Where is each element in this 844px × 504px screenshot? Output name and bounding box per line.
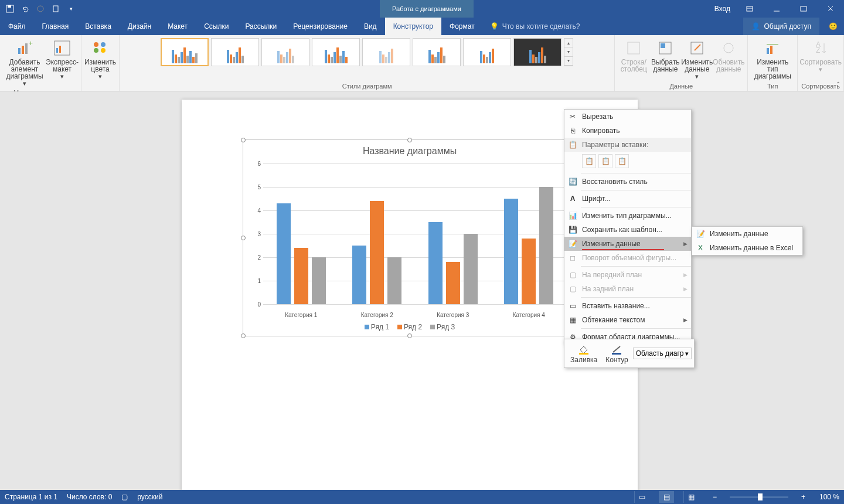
status-page[interactable]: Страница 1 из 1 (5, 493, 57, 501)
ctx-change-type[interactable]: 📊Изменить тип диаграммы... (564, 209, 691, 223)
bar-series-1[interactable] (352, 246, 366, 304)
paste-icon: 📋 (568, 140, 577, 149)
chart-style-3[interactable] (261, 38, 309, 66)
bar-series-1[interactable] (428, 222, 443, 304)
change-colors-button[interactable]: Изменить цвета ▾ (85, 38, 115, 81)
zoom-level[interactable]: 100 % (819, 493, 839, 501)
collapse-ribbon-icon[interactable]: ⌃ (836, 81, 840, 87)
quick-layout-icon (53, 39, 72, 57)
add-chart-element-button[interactable]: +Добавить элемент диаграммы ▾ (4, 38, 46, 88)
tab-references[interactable]: Ссылки (196, 18, 237, 35)
add-element-icon: + (15, 39, 34, 57)
bar-series-1[interactable] (277, 203, 291, 304)
bar-series-3[interactable] (387, 257, 401, 304)
chart-style-6[interactable] (413, 38, 461, 66)
bar-series-1[interactable] (504, 199, 518, 304)
bar-series-3[interactable] (464, 234, 478, 304)
chart-style-2[interactable] (211, 38, 259, 66)
tab-view[interactable]: Вид (356, 18, 385, 35)
svg-rect-1 (8, 5, 11, 8)
new-doc-icon[interactable] (48, 1, 63, 17)
chart-styles-more[interactable]: ▴▾▾ (564, 38, 573, 66)
svg-point-14 (101, 42, 106, 47)
fill-button[interactable]: Заливка (567, 342, 601, 365)
ctx-rotate-3d: ◻Поворот объемной фигуры... (564, 251, 691, 265)
save-icon[interactable] (2, 1, 18, 17)
zoom-slider[interactable] (730, 496, 788, 498)
signin-button[interactable]: Вход (709, 5, 736, 13)
status-language[interactable]: русский (137, 493, 162, 501)
ctx-reset-style[interactable]: 🔄Восстановить стиль (564, 175, 691, 189)
chart-style-5[interactable] (362, 38, 410, 66)
ctx-copy[interactable]: ⎘Копировать (564, 124, 691, 138)
chart-style-7[interactable] (463, 38, 511, 66)
view-read-icon[interactable]: ▭ (634, 491, 649, 503)
tab-file[interactable]: Файл (0, 18, 34, 35)
cut-icon: ✂ (568, 112, 577, 121)
ctx-save-template[interactable]: 💾Сохранить как шаблон... (564, 223, 691, 237)
zoom-out-icon[interactable]: − (713, 493, 717, 501)
ctx-insert-title[interactable]: ▭Вставить название... (564, 299, 691, 313)
bar-series-2[interactable] (522, 239, 536, 304)
svg-text:+: + (29, 40, 33, 47)
ctx-font[interactable]: AШрифт... (564, 192, 691, 206)
chart-style-1[interactable] (161, 38, 209, 66)
tab-mailings[interactable]: Рассылки (237, 18, 285, 35)
svg-rect-4 (747, 6, 753, 11)
paste-option-2[interactable]: 📋 (598, 154, 612, 168)
submenu-edit-data[interactable]: 📝Изменить данные (692, 227, 802, 241)
tab-home[interactable]: Главная (34, 18, 77, 35)
minimize-icon[interactable] (763, 0, 790, 18)
tab-format[interactable]: Формат (441, 18, 483, 35)
svg-rect-17 (628, 42, 639, 54)
paste-option-3[interactable]: 📋 (615, 154, 629, 168)
view-print-icon[interactable]: ▤ (659, 491, 674, 503)
select-data-button[interactable]: Выбрать данные (650, 38, 680, 74)
legend-item[interactable]: Ряд 3 (430, 323, 455, 331)
proofing-icon[interactable]: ▢ (121, 493, 128, 501)
tab-layout[interactable]: Макет (159, 18, 196, 35)
tab-constructor[interactable]: Конструктор (385, 18, 441, 35)
change-chart-type-button[interactable]: Изменить тип диаграммы (751, 38, 794, 81)
chart-style-4[interactable] (312, 38, 360, 66)
undo-icon[interactable] (18, 1, 33, 17)
ribbon-options-icon[interactable] (736, 0, 763, 18)
group-label-styles: Стили диаграмм (342, 81, 392, 91)
tab-design[interactable]: Дизайн (120, 18, 159, 35)
chart-object[interactable]: Название диаграммы 0123456 Категория 1Ка… (243, 139, 577, 336)
outline-button[interactable]: Контур (602, 342, 631, 365)
chevron-right-icon: ▶ (683, 272, 688, 278)
submenu-edit-excel[interactable]: XИзменить данные в Excel (692, 241, 802, 255)
feedback-icon[interactable]: 🙂 (822, 18, 844, 35)
edit-data-button[interactable]: Изменить данные ▾ (682, 38, 712, 81)
status-words[interactable]: Число слов: 0 (67, 493, 112, 501)
tell-me-search[interactable]: 💡Что вы хотите сделать? (483, 18, 580, 35)
zoom-in-icon[interactable]: + (801, 493, 805, 501)
tab-insert[interactable]: Вставка (77, 18, 120, 35)
close-icon[interactable] (817, 0, 844, 18)
quick-layout-button[interactable]: Экспресс-макет ▾ (47, 38, 77, 81)
paste-option-1[interactable]: 📋 (582, 154, 596, 168)
maximize-icon[interactable] (790, 0, 817, 18)
share-button[interactable]: 👤Общий доступ (743, 18, 819, 35)
chart-element-combo[interactable]: Область диагр ▾ (633, 348, 692, 359)
bar-series-2[interactable] (446, 262, 460, 304)
bar-series-3[interactable] (539, 187, 553, 304)
tab-review[interactable]: Рецензирование (285, 18, 356, 35)
bar-series-2[interactable] (370, 201, 384, 304)
bar-series-3[interactable] (312, 257, 326, 304)
ctx-text-wrap[interactable]: ▦Обтекание текстом▶ (564, 313, 691, 327)
chart-style-8[interactable] (513, 38, 561, 66)
view-web-icon[interactable]: ▦ (683, 491, 699, 503)
chart-title[interactable]: Название диаграммы (243, 140, 576, 160)
chevron-right-icon: ▶ (683, 241, 688, 247)
bar-series-2[interactable] (294, 248, 308, 304)
context-menu: ✂Вырезать ⎘Копировать 📋Параметры вставки… (564, 109, 692, 345)
ctx-cut[interactable]: ✂Вырезать (564, 110, 691, 124)
qat-more-icon[interactable]: ▾ (63, 1, 79, 17)
legend-item[interactable]: Ряд 1 (365, 323, 389, 331)
document-area: Название диаграммы 0123456 Категория 1Ка… (0, 91, 844, 490)
redo-icon[interactable] (33, 1, 48, 17)
ctx-edit-data[interactable]: 📝Изменить данные▶ (564, 237, 691, 251)
legend-item[interactable]: Ряд 2 (397, 323, 422, 331)
